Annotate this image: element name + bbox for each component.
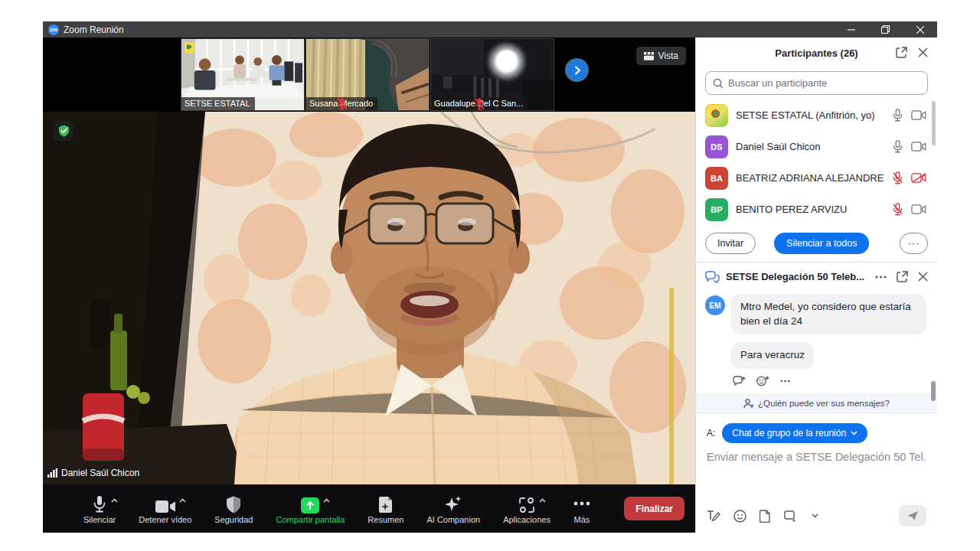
popout-icon[interactable] <box>897 271 908 282</box>
camera-off-icon <box>911 173 926 183</box>
next-page-button[interactable] <box>567 60 587 80</box>
security-button[interactable]: Seguridad <box>203 494 264 524</box>
toolbar-item-label: Resumen <box>368 515 403 524</box>
format-text-icon[interactable] <box>707 510 720 522</box>
mute-button[interactable]: Silenciar <box>72 494 127 524</box>
composer-chevron-down-icon[interactable] <box>812 514 818 518</box>
mute-all-button[interactable]: Silenciar a todos <box>774 233 869 254</box>
zoom-window: zm Zoom Reunión <box>43 21 937 533</box>
microphone-icon <box>92 495 107 514</box>
emoji-icon[interactable] <box>733 510 746 523</box>
view-button[interactable]: Vista <box>636 47 686 65</box>
camera-on-icon <box>911 204 926 214</box>
participant-row[interactable]: BP BENITO PEREZ ARVIZU <box>696 194 937 225</box>
to-label: A: <box>707 428 715 439</box>
close-panel-icon[interactable] <box>918 47 928 57</box>
chevron-up-icon <box>323 498 330 503</box>
toolbar-item-label: Más <box>574 515 590 524</box>
participant-row[interactable]: DS Daniel Saúl Chicon <box>696 131 937 162</box>
search-icon <box>713 78 724 89</box>
chat-more-icon[interactable] <box>875 276 887 279</box>
participant-name: SETSE ESTATAL (Anfitrión, yo) <box>736 109 885 121</box>
send-button[interactable] <box>899 505 926 527</box>
ai-sparkle-icon <box>444 495 462 514</box>
message-input-wrap <box>707 450 926 464</box>
apps-icon <box>518 497 535 514</box>
thumbnail-name-label: Guadalupe Del C San... <box>431 97 528 110</box>
chat-avatar: EM <box>705 295 725 315</box>
participant-row[interactable]: BA BEATRIZ ADRIANA ALEJANDRE <box>696 162 937 194</box>
privacy-person-icon <box>743 399 754 409</box>
participant-list: SETSE ESTATAL (Anfitrión, yo) DS <box>696 99 937 225</box>
emoji-reaction-icon[interactable] <box>756 376 769 386</box>
video-thumbnail-guadalupe[interactable]: Guadalupe Del C San... <box>430 38 554 111</box>
mic-on-icon <box>893 109 903 122</box>
minimize-button[interactable] <box>834 21 868 37</box>
toolbar-item-label: Silenciar <box>83 515 116 524</box>
window-title: Zoom Reunión <box>64 24 124 35</box>
share-screen-icon <box>301 497 319 514</box>
participants-actions: Invitar Silenciar a todos ··· <box>696 225 937 262</box>
participant-avatar <box>705 104 728 127</box>
end-meeting-button[interactable]: Finalizar <box>624 497 684 520</box>
camera-icon <box>155 500 175 514</box>
video-thumbnail-setse-estatal[interactable]: SETSE ESTATAL <box>181 38 305 111</box>
restore-button[interactable] <box>868 21 903 37</box>
thumbnail-name-label: SETSE ESTATAL <box>181 97 255 110</box>
participants-scrollbar[interactable] <box>932 101 936 145</box>
video-filmstrip: SETSE ESTATAL <box>43 37 695 112</box>
participants-more-button[interactable]: ··· <box>900 233 928 254</box>
muted-mic-icon <box>306 97 377 110</box>
participant-search[interactable] <box>705 71 928 95</box>
summary-button[interactable]: Resumen <box>356 494 415 524</box>
attach-file-icon[interactable] <box>760 510 771 523</box>
zoom-logo-icon: zm <box>48 24 59 35</box>
participant-avatar: BP <box>705 198 728 221</box>
privacy-note-text: ¿Quién puede ver sus mensajes? <box>758 399 890 408</box>
invite-button[interactable]: Invitar <box>705 233 756 254</box>
toolbar-item-label: Compartir pantalla <box>276 515 345 524</box>
speaker-name: Daniel Saúl Chicon <box>61 468 139 478</box>
reply-icon[interactable] <box>733 376 746 386</box>
restore-icon <box>881 25 890 34</box>
view-button-label: Vista <box>658 51 678 61</box>
thumbnail-name-label: Susana Mercado <box>306 97 377 110</box>
message-more-icon[interactable] <box>780 380 790 383</box>
message-actions <box>733 376 926 386</box>
stop-video-button[interactable]: Detener vídeo <box>127 494 203 524</box>
audio-level-icon <box>47 468 57 478</box>
chat-message[interactable]: EM Mtro Medel, yo considero que estaría … <box>705 294 926 334</box>
camera-on-icon <box>911 110 926 120</box>
ai-companion-button[interactable]: AI Companion <box>415 494 492 524</box>
mic-on-icon <box>893 140 903 153</box>
chevron-up-icon <box>111 498 118 503</box>
chevron-right-icon <box>573 66 582 75</box>
screenshot-icon[interactable] <box>784 510 799 522</box>
shield-icon <box>226 496 241 514</box>
close-button[interactable] <box>903 21 937 37</box>
privacy-note[interactable]: ¿Quién puede ver sus mensajes? <box>696 394 937 413</box>
toolbar-item-label: AI Companion <box>426 515 480 524</box>
popout-icon[interactable] <box>896 47 907 58</box>
message-input[interactable] <box>707 451 926 463</box>
video-thumbnail-susana-mercado[interactable]: Susana Mercado <box>305 38 430 111</box>
apps-button[interactable]: Aplicaciones <box>492 494 562 524</box>
chat-title: SETSE Delegación 50 Teleb... <box>726 271 864 282</box>
close-chat-icon[interactable] <box>918 272 928 282</box>
chevron-down-icon <box>851 431 858 435</box>
participant-search-input[interactable] <box>728 77 920 89</box>
chat-composer-toolbar <box>696 499 937 533</box>
recipient-name: Chat de grupo de la reunión <box>732 428 846 439</box>
more-button[interactable]: Más <box>562 494 602 524</box>
recipient-selector[interactable]: Chat de grupo de la reunión <box>722 423 867 443</box>
shield-check-icon <box>58 125 70 137</box>
participant-row[interactable]: SETSE ESTATAL (Anfitrión, yo) <box>696 99 937 131</box>
meeting-toolbar: Silenciar Detener vídeo <box>43 484 695 533</box>
participant-avatar: DS <box>705 135 728 158</box>
minimize-icon <box>848 26 855 34</box>
chat-scrollbar[interactable] <box>931 381 936 401</box>
chat-bubbles-icon <box>705 271 720 283</box>
share-screen-button[interactable]: Compartir pantalla <box>264 494 356 524</box>
chat-bubble[interactable]: Para veracruz <box>731 342 814 369</box>
security-shield-badge <box>54 121 74 141</box>
